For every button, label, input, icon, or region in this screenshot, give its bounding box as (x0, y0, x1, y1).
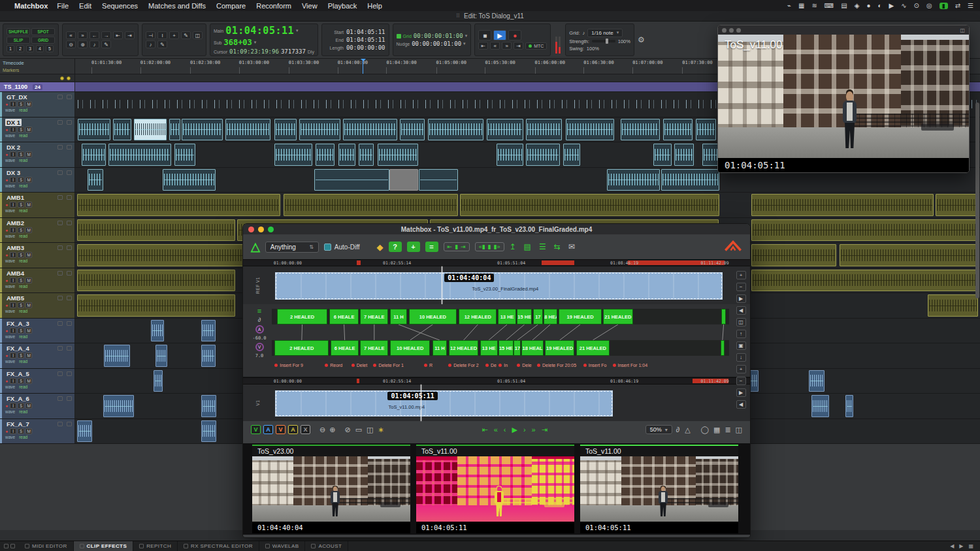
match-nav-group[interactable]: ⇤▮⇥ (444, 242, 470, 251)
audio-clip[interactable] (77, 420, 93, 443)
track-lane[interactable] (75, 193, 980, 217)
toolbar-icon[interactable]: ☰ (539, 242, 546, 251)
healed-segment[interactable]: 6 HEALE (331, 340, 359, 356)
window-tab[interactable]: WAVELAB (259, 541, 306, 551)
track-view-selector[interactable]: wave (5, 133, 15, 138)
matchbox-transport-button[interactable]: ▶ (512, 426, 517, 434)
audio-clip[interactable] (621, 119, 660, 141)
tool-button[interactable]: ♪ (90, 40, 99, 48)
track-name[interactable]: FX_A_5 (5, 370, 31, 377)
automation-mode-selector[interactable]: read (19, 309, 27, 313)
record-enable-button[interactable]: ● (5, 328, 8, 333)
track-name[interactable]: DX 1 (5, 119, 22, 126)
audio-clip[interactable] (103, 395, 134, 417)
input-monitor-button[interactable]: I (10, 353, 16, 358)
equal-match-button[interactable]: = (425, 242, 438, 252)
matchbox-transport-button[interactable]: ⇤ (482, 426, 487, 434)
audio-clip[interactable] (845, 395, 853, 417)
video-window-titlebar[interactable]: ◫ (718, 25, 969, 35)
track-view-selector[interactable]: wave (5, 334, 15, 339)
layout-option-icon[interactable]: ▦ (713, 426, 720, 434)
solo-button[interactable]: S (18, 127, 24, 133)
audio-clip[interactable] (663, 119, 692, 141)
audio-clip[interactable] (526, 144, 561, 166)
track-view-icon[interactable] (57, 271, 63, 276)
transport-button[interactable]: ⇥ (125, 31, 135, 39)
side-control-button[interactable]: ▶ (736, 294, 746, 303)
menu-item[interactable]: Reconform (256, 2, 291, 10)
audio-clip[interactable] (78, 119, 110, 141)
menu-item[interactable]: Edit (79, 2, 91, 10)
healed-segment[interactable]: 7 HEALE (360, 309, 388, 324)
zoom-preset-button[interactable]: 5 (46, 45, 54, 52)
minimize-icon[interactable] (729, 28, 734, 33)
input-monitor-button[interactable]: I (10, 403, 16, 409)
layer-toggle-button[interactable]: V (276, 425, 286, 434)
healed-segment[interactable] (721, 309, 726, 324)
audio-clip[interactable] (182, 119, 222, 141)
record-enable-button[interactable]: ● (5, 127, 8, 132)
audio-clip[interactable] (936, 194, 978, 216)
mute-button[interactable]: M (25, 177, 32, 183)
transport-button[interactable]: ← (90, 31, 99, 39)
track-view-selector[interactable]: wave (5, 435, 15, 439)
pencil-icon[interactable]: ✎ (157, 40, 167, 48)
match-nav-icon[interactable]: ▮ (488, 244, 491, 250)
menubar-status-icon[interactable]: ≋ (811, 2, 817, 9)
track-header[interactable]: AMB5 ● I S M wave read (0, 293, 75, 318)
matchbox-transport-button[interactable]: « (494, 426, 498, 434)
matchbox-transport-button[interactable]: ⇥ (542, 426, 547, 434)
track-view-icon[interactable] (57, 296, 63, 300)
audio-clip[interactable] (88, 169, 103, 191)
audio-clip[interactable] (201, 420, 217, 443)
healed-segment[interactable]: 19 HEALED (545, 340, 575, 356)
track-view-selector[interactable]: wave (5, 409, 15, 414)
audio-clip[interactable] (338, 144, 355, 166)
window-tab[interactable]: REPITCH (133, 541, 178, 551)
stop-button[interactable]: ■ (478, 30, 491, 40)
edit-tool-button[interactable]: ⊣ (146, 31, 155, 39)
audio-clip[interactable] (702, 144, 719, 166)
ts-track-header[interactable]: TS_1100 24 (0, 82, 75, 91)
close-icon[interactable] (722, 28, 727, 33)
main-counter-value[interactable]: 01:04:05:11 (225, 25, 294, 37)
video-thumbnail[interactable]: ToS_v11.00 01:04:05:11 (416, 445, 574, 533)
solo-button[interactable]: S (18, 252, 24, 258)
menubar-app-name[interactable]: Matchbox (14, 2, 48, 10)
audio-clip[interactable] (77, 294, 235, 317)
track-options-icon[interactable] (67, 95, 72, 99)
input-monitor-button[interactable]: I (10, 277, 16, 283)
edit-option-icon[interactable]: ⊘ (344, 426, 350, 434)
strength-value[interactable]: 100% (618, 39, 630, 44)
track-view-icon[interactable] (57, 396, 63, 401)
match-nav-icon[interactable]: ⇥ (461, 244, 466, 250)
track-name[interactable]: AMB2 (5, 219, 25, 227)
track-header[interactable]: FX_A_3 ● I S M wave read (0, 319, 75, 343)
input-monitor-button[interactable]: I (10, 227, 16, 233)
diff-annotation[interactable]: Dele (517, 363, 531, 368)
audio-clip[interactable] (163, 169, 215, 191)
toolbar-icon[interactable]: ↥ (510, 242, 516, 251)
audio-clip[interactable] (274, 119, 297, 141)
speaker-icon[interactable]: ♪ (146, 40, 155, 48)
menu-item[interactable]: Matches and Diffs (148, 2, 206, 10)
record-enable-button[interactable]: ● (5, 403, 8, 408)
track-header[interactable]: GT_DX ● I S M wave read (0, 92, 75, 117)
healed-segment[interactable]: 11 H (390, 309, 408, 324)
track-header[interactable]: AMB4 ● I S M wave read (0, 268, 75, 293)
track-options-icon[interactable] (67, 296, 72, 300)
healed-segment[interactable]: 13 HE (480, 340, 498, 356)
side-control-button[interactable]: ◀ (736, 400, 746, 409)
audio-clip[interactable] (928, 294, 979, 317)
track-header[interactable]: AMB2 ● I S M wave read (0, 218, 75, 243)
menu-item[interactable]: File (57, 2, 69, 10)
audio-clip[interactable] (201, 320, 216, 342)
audio-clip[interactable] (77, 219, 235, 242)
audio-clip[interactable] (389, 169, 418, 191)
current-playhead[interactable] (421, 385, 421, 421)
matchbox-titlebar[interactable]: Matchbox - ToS_v11.00.mp4_fr_ToS_v23.00_… (243, 224, 750, 234)
track-name[interactable]: AMB4 (5, 270, 25, 277)
match-nav-icon[interactable]: «▮ (479, 244, 485, 250)
edit-mode-button[interactable]: SHUFFLE (7, 28, 30, 35)
menubar-status-icon[interactable]: ◐ (877, 2, 881, 9)
